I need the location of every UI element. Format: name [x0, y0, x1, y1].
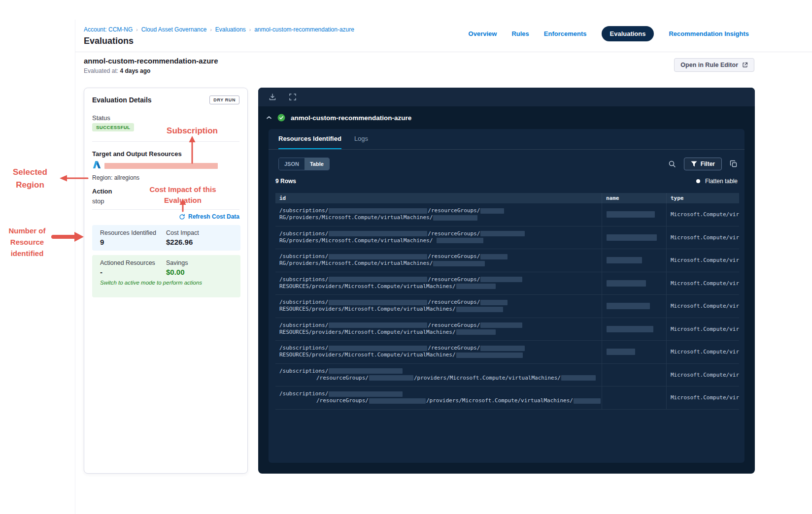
type-cell: Microsoft.Compute/virtu — [666, 341, 739, 363]
results-right-controls: Filter — [668, 158, 738, 170]
redacted-id-segment — [329, 231, 427, 236]
redacted-id-segment — [437, 238, 483, 243]
table-row: /subscriptions//resourceGroups//provider… — [275, 364, 739, 387]
copy-icon[interactable] — [730, 160, 738, 168]
redacted-name — [607, 303, 650, 309]
collapse-chevron-icon[interactable] — [266, 116, 272, 120]
cost-impact-value: $226.96 — [166, 238, 193, 246]
id-cell: /subscriptions//resourceGroups/RESOURCES… — [275, 341, 602, 363]
redacted-id-segment — [329, 208, 427, 214]
evaluation-details-card: Evaluation Details DRY RUN Status SUCCES… — [84, 88, 248, 474]
savings-value: $0.00 — [166, 268, 185, 276]
redacted-name — [607, 257, 642, 263]
evaluation-details-title: Evaluation Details — [92, 96, 152, 104]
nav-recommendation-insights[interactable]: Recommendation Insights — [669, 30, 749, 37]
type-cell: Microsoft.Compute/virtu — [666, 272, 739, 295]
name-cell — [602, 203, 666, 226]
view-toggle: JSON Table — [278, 158, 330, 170]
breadcrumb-account[interactable]: Account: CCM-NG — [84, 26, 133, 33]
nav-overview[interactable]: Overview — [469, 30, 497, 37]
external-link-icon — [742, 62, 748, 68]
open-rule-editor-button[interactable]: Open in Rule Editor — [674, 58, 754, 72]
breadcrumb-separator: › — [210, 27, 211, 32]
id-cell: /subscriptions//resourceGroups//provider… — [275, 386, 602, 409]
redacted-id-segment — [456, 353, 523, 358]
name-cell — [602, 226, 666, 249]
status-label: Status — [92, 114, 110, 122]
download-icon[interactable] — [269, 93, 276, 101]
content-left-edge — [75, 20, 75, 514]
column-header-type: type — [666, 193, 739, 203]
table-row: /subscriptions//resourceGroups/RG/provid… — [275, 249, 739, 272]
redacted-id-segment — [480, 346, 525, 351]
redacted-id-segment — [480, 208, 504, 214]
results-meta-row: 9 Rows Flatten table — [275, 178, 738, 185]
fullscreen-icon[interactable] — [289, 93, 297, 101]
name-cell — [602, 318, 666, 341]
redacted-id-segment — [456, 307, 503, 312]
name-cell — [602, 341, 666, 363]
id-cell: /subscriptions//resourceGroups/RESOURCES… — [275, 272, 602, 295]
results-table-header: id name type — [275, 193, 739, 203]
redacted-id-segment — [329, 391, 403, 397]
results-toolbar — [258, 88, 755, 106]
tab-logs[interactable]: Logs — [354, 129, 368, 149]
results-table: id name type /subscriptions//resourceGro… — [275, 193, 739, 410]
resources-identified-value: 9 — [100, 238, 104, 246]
redacted-id-segment — [369, 398, 426, 404]
redacted-name — [607, 349, 635, 355]
redacted-subscription-bar — [104, 163, 218, 169]
view-toggle-table[interactable]: Table — [304, 158, 329, 170]
dry-run-badge: DRY RUN — [209, 96, 239, 104]
nav-evaluations[interactable]: Evaluations — [602, 26, 654, 41]
nav-rules[interactable]: Rules — [511, 30, 529, 37]
redacted-id-segment — [480, 322, 522, 328]
nav-enforcements[interactable]: Enforcements — [544, 30, 587, 37]
target-resources-label: Target and Output Resources — [92, 150, 182, 158]
name-cell — [602, 272, 666, 295]
active-mode-note: Switch to active mode to perform actions — [100, 279, 228, 286]
open-rule-editor-label: Open in Rule Editor — [680, 62, 738, 68]
filter-button[interactable]: Filter — [684, 158, 722, 170]
results-title-row: anmol-custom-recommendation-azure — [258, 106, 411, 129]
breadcrumb-evaluations[interactable]: Evaluations — [215, 26, 246, 33]
search-icon[interactable] — [668, 160, 676, 168]
identified-cost-box: Resources Identified 9 Cost Impact $226.… — [92, 225, 240, 251]
redacted-id-segment — [329, 368, 403, 374]
type-cell: Microsoft.Compute/virtu — [666, 203, 739, 226]
name-cell — [602, 386, 666, 409]
type-cell: Microsoft.Compute/virtu — [666, 249, 739, 272]
divider — [92, 209, 239, 210]
name-cell — [602, 249, 666, 272]
action-label: Action — [92, 188, 112, 195]
resources-identified-label: Resources Identified — [100, 229, 156, 236]
table-row: /subscriptions//resourceGroups/RG/provid… — [275, 203, 739, 226]
status-badge: SUCCESSFUL — [92, 123, 134, 131]
annotation-subscription: Subscription — [165, 126, 220, 136]
redacted-name — [607, 326, 653, 332]
table-row: /subscriptions//resourceGroups/RESOURCES… — [275, 318, 739, 341]
filter-label: Filter — [701, 161, 715, 167]
redacted-id-segment — [480, 277, 522, 282]
breadcrumb-cloud-asset-governance[interactable]: Cloud Asset Governance — [141, 26, 207, 33]
results-evaluation-title: anmol-custom-recommendation-azure — [291, 114, 411, 122]
breadcrumb-separator: › — [136, 27, 137, 32]
filter-funnel-icon — [691, 161, 697, 167]
redacted-id-segment — [480, 300, 508, 305]
id-cell: /subscriptions//resourceGroups/RG/provid… — [275, 203, 602, 226]
view-toggle-json[interactable]: JSON — [279, 158, 304, 170]
tab-resources-identified[interactable]: Resources Identified — [278, 129, 341, 149]
azure-icon — [92, 161, 101, 169]
redacted-id-segment — [329, 300, 427, 305]
top-nav: Overview Rules Enforcements Evaluations … — [469, 26, 749, 41]
column-header-id: id — [275, 193, 602, 203]
evaluation-name: anmol-custom-recommendation-azure — [84, 57, 218, 65]
refresh-cost-data-link[interactable]: Refresh Cost Data — [179, 213, 239, 220]
type-cell: Microsoft.Compute/virtu — [666, 364, 739, 386]
id-cell: /subscriptions//resourceGroups/RESOURCES… — [275, 318, 602, 341]
cost-impact-label: Cost Impact — [166, 229, 199, 236]
flatten-table-toggle[interactable]: Flatten table — [696, 178, 738, 185]
type-cell: Microsoft.Compute/virtu — [666, 318, 739, 341]
redacted-id-segment — [329, 322, 427, 328]
table-row: /subscriptions//resourceGroups//provider… — [275, 386, 739, 410]
